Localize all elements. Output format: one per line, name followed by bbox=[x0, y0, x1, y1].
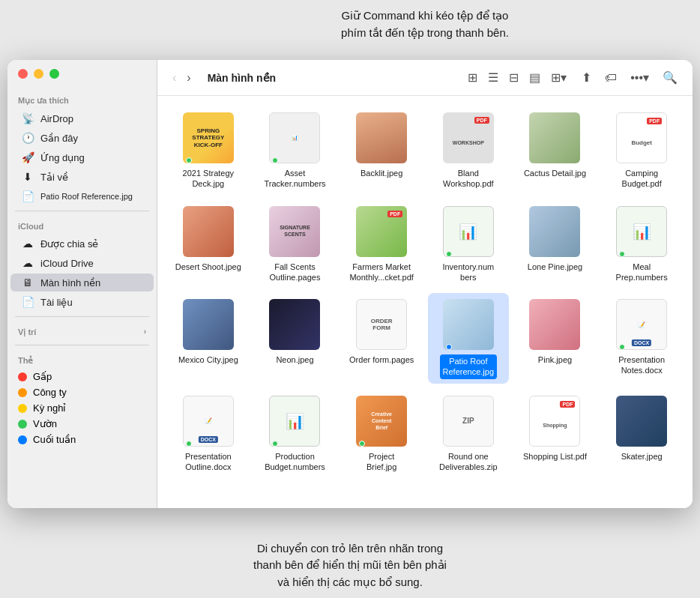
file-item-skater[interactable]: Skater.jpeg bbox=[601, 390, 682, 477]
file-item-cactus-detail[interactable]: Cactus Detail.jpg bbox=[515, 106, 596, 194]
file-label: Order form.pages bbox=[349, 354, 414, 365]
sidebar-item-documents[interactable]: 📄 Tài liệu bbox=[10, 293, 154, 311]
sidebar-divider bbox=[15, 211, 149, 211]
tag-button[interactable]: 🏷 bbox=[600, 68, 621, 88]
group-button[interactable]: ⊞▾ bbox=[546, 67, 571, 88]
file-item-round-one[interactable]: ZIP Round oneDeliverables.zip bbox=[428, 390, 509, 477]
location-label: Vị trí › bbox=[7, 321, 157, 340]
sidebar: Mục ưa thích 📡 AirDrop 🕐 Gần đây 🚀 Ứng d… bbox=[7, 60, 157, 508]
file-icon-cactus-detail bbox=[528, 111, 582, 165]
tag-dot-company bbox=[18, 388, 27, 397]
expand-icon: › bbox=[144, 327, 146, 337]
file-item-prod-budget[interactable]: 📊 ProductionBudget.numbers bbox=[255, 390, 336, 477]
file-thumbnail: PDF Budget bbox=[616, 112, 667, 163]
file-thumbnail bbox=[443, 299, 494, 350]
file-thumbnail: PDF bbox=[356, 206, 407, 257]
sidebar-item-downloads[interactable]: ⬇ Tải về bbox=[10, 168, 154, 186]
desktop-icon: 🖥 bbox=[21, 277, 34, 289]
close-button[interactable] bbox=[18, 69, 28, 79]
sidebar-divider-2 bbox=[15, 316, 149, 317]
file-thumbnail: SIGNATURESCENTS bbox=[269, 206, 320, 257]
maximize-button[interactable] bbox=[49, 69, 59, 79]
file-item-fall-scents[interactable]: SIGNATURESCENTS Fall ScentsOutline.pages bbox=[255, 200, 336, 288]
more-button[interactable]: •••▾ bbox=[626, 67, 654, 88]
file-icon-mexico-city bbox=[181, 298, 235, 351]
file-label: Patio RoofReference.jpg bbox=[440, 354, 498, 379]
file-icon-pres-outline: DOCX 📝 bbox=[181, 394, 235, 448]
sidebar-item-icloud-drive[interactable]: ☁ iCloud Drive bbox=[10, 254, 154, 272]
grid-view-button[interactable]: ⊞ bbox=[463, 67, 482, 88]
file-item-pink[interactable]: Pink.jpeg bbox=[515, 293, 596, 384]
file-icon: 📄 bbox=[21, 190, 34, 202]
file-icon-project-brief: CreativeContentBrief bbox=[354, 394, 408, 448]
share-button[interactable]: ⬆ bbox=[577, 67, 596, 88]
file-item-inventory[interactable]: 📊 Inventory.numbers bbox=[428, 200, 509, 288]
sidebar-tag-weekend[interactable]: Cuối tuần bbox=[7, 432, 157, 447]
documents-icon: 📄 bbox=[21, 296, 34, 308]
tags-label: Thẻ bbox=[7, 350, 157, 369]
file-label: Cactus Detail.jpg bbox=[524, 168, 586, 178]
file-item-order-form[interactable]: ORDERFORM Order form.pages bbox=[341, 293, 422, 384]
sidebar-item-airdrop[interactable]: 📡 AirDrop bbox=[10, 109, 154, 127]
list-view-button[interactable]: ☰ bbox=[483, 67, 503, 88]
file-item-asset-tracker[interactable]: 📊 AssetTracker.numbers bbox=[255, 106, 336, 194]
file-item-farmers-market[interactable]: PDF Farmers MarketMonthly...cket.pdf bbox=[341, 200, 422, 288]
file-item-2021-strategy[interactable]: SPRINGSTRATEGYKICK-OFF 2021 StrategyDeck… bbox=[168, 106, 249, 194]
file-thumbnail: PDF Shopping bbox=[529, 396, 580, 447]
file-item-meal-prep[interactable]: 📊 MealPrep.numbers bbox=[601, 200, 682, 288]
file-label: CampingBudget.pdf bbox=[622, 168, 662, 190]
file-item-camping-budget[interactable]: PDF Budget CampingBudget.pdf bbox=[601, 106, 682, 194]
file-thumbnail bbox=[529, 206, 580, 257]
file-item-mexico-city[interactable]: Mexico City.jpeg bbox=[168, 293, 249, 384]
file-icon-patio-ref bbox=[441, 298, 495, 351]
pdf-badge: PDF bbox=[560, 401, 575, 408]
nav-buttons: ‹ › bbox=[168, 68, 196, 88]
file-label: Pink.jpeg bbox=[538, 354, 572, 365]
file-item-pres-outline[interactable]: DOCX 📝 PresentationOutline.docx bbox=[168, 390, 249, 477]
file-item-project-brief[interactable]: CreativeContentBrief ProjectBrief.jpg bbox=[341, 390, 422, 477]
file-icon-skater bbox=[615, 394, 669, 448]
sync-dot bbox=[619, 251, 625, 257]
sidebar-tag-urgent[interactable]: Gấp bbox=[7, 369, 157, 384]
minimize-button[interactable] bbox=[34, 69, 43, 79]
column-view-button[interactable]: ⊟ bbox=[504, 67, 523, 88]
file-thumbnail bbox=[616, 396, 667, 447]
tag-label: Công ty bbox=[33, 387, 67, 398]
sidebar-item-shared[interactable]: ☁ Được chia sẻ bbox=[10, 235, 154, 253]
sync-dot bbox=[186, 441, 192, 447]
sidebar-item-patio[interactable]: 📄 Patio Roof Reference.jpg bbox=[10, 187, 154, 205]
sidebar-item-recent[interactable]: 🕐 Gần đây bbox=[10, 129, 154, 147]
sidebar-item-desktop[interactable]: 🖥 Màn hình nền bbox=[10, 274, 154, 292]
file-item-desert-shoot[interactable]: Desert Shoot.jpeg bbox=[168, 200, 249, 288]
sidebar-divider-3 bbox=[15, 345, 149, 345]
sidebar-tag-company[interactable]: Công ty bbox=[7, 384, 157, 400]
pdf-badge: PDF bbox=[387, 211, 402, 217]
file-item-patio-ref[interactable]: Patio RoofReference.jpg bbox=[428, 293, 509, 384]
file-item-bland-workshop[interactable]: PDF WORKSHOP BlandWorkshop.pdf bbox=[428, 106, 509, 194]
sidebar-item-apps[interactable]: 🚀 Ứng dụng bbox=[10, 148, 154, 166]
file-label: Inventory.numbers bbox=[442, 262, 494, 283]
download-icon: ⬇ bbox=[21, 171, 34, 183]
sync-dot bbox=[186, 157, 192, 163]
forward-button[interactable]: › bbox=[182, 68, 195, 88]
gallery-view-button[interactable]: ▤ bbox=[525, 67, 545, 88]
file-thumbnail: DOCX 📝 bbox=[616, 299, 667, 350]
sidebar-item-label: iCloud Drive bbox=[40, 258, 94, 269]
file-label: Backlit.jpeg bbox=[360, 168, 402, 178]
search-button[interactable]: 🔍 bbox=[658, 67, 682, 88]
airdrop-icon: 📡 bbox=[21, 112, 34, 124]
back-button[interactable]: ‹ bbox=[168, 68, 181, 88]
file-thumbnail: 📊 bbox=[443, 206, 494, 257]
file-thumbnail: ZIP bbox=[443, 396, 494, 447]
file-item-lone-pine[interactable]: Lone Pine.jpeg bbox=[515, 200, 596, 288]
file-item-shopping-list[interactable]: PDF Shopping Shopping List.pdf bbox=[515, 390, 596, 477]
sidebar-tag-holiday[interactable]: Kỳ nghỉ bbox=[7, 400, 157, 416]
file-icon-prod-budget: 📊 bbox=[268, 394, 322, 448]
pdf-badge: PDF bbox=[647, 118, 662, 124]
file-item-neon[interactable]: Neon.jpeg bbox=[255, 293, 336, 384]
file-item-pres-notes[interactable]: DOCX 📝 PresentationNotes.docx bbox=[601, 293, 682, 384]
file-label: PresentationOutline.docx bbox=[185, 451, 232, 473]
sidebar-tag-garden[interactable]: Vườn bbox=[7, 416, 157, 432]
file-item-backlit[interactable]: Backlit.jpeg bbox=[341, 106, 422, 194]
file-thumbnail bbox=[529, 299, 580, 350]
